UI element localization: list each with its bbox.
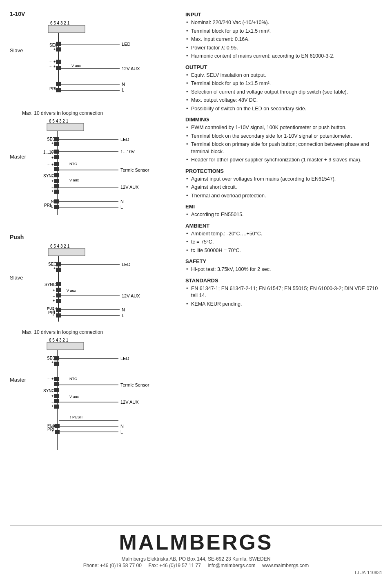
list-item: Selection of current and voltage output … (185, 89, 382, 96)
main-content: 1-10V Slave 6 5 4 3 2 1 SEC + (10, 7, 382, 517)
left-column: 1-10V Slave 6 5 4 3 2 1 SEC + (10, 7, 181, 517)
slave-label-1: Slave (10, 47, 23, 54)
svg-text:+: + (53, 60, 56, 64)
svg-text:L: L (52, 429, 54, 433)
safety-section: SAFETY Hi-pot test: 3.75kV, 100% for 2 s… (185, 258, 382, 273)
svg-text:N: N (122, 82, 125, 87)
svg-rect-106 (47, 342, 84, 350)
svg-text:N: N (52, 424, 55, 428)
svg-text:−: − (51, 174, 53, 178)
svg-rect-122 (54, 388, 59, 392)
svg-text:6 5 4 3 2 1: 6 5 4 3 2 1 (50, 244, 70, 248)
push-slave-diagram: 6 5 4 3 2 1 SEC + LED SYNC − + (26, 242, 165, 328)
list-item: Terminal block for up to 1x1.5 mm². (185, 28, 382, 35)
svg-text:+: + (53, 266, 56, 270)
svg-text:6 5 4 3 2 1: 6 5 4 3 2 1 (49, 338, 69, 342)
right-column: INPUT Nominal: 220/240 Vac (-10/+10%).Te… (181, 7, 382, 517)
svg-text:L: L (122, 313, 124, 318)
list-item: Header for other power supplier synchron… (185, 156, 382, 164)
svg-text:L: L (120, 429, 123, 434)
dimming-list: PWM controlled by 1-10V signal, 100K pot… (185, 124, 382, 164)
svg-text:12V AUX: 12V AUX (122, 293, 140, 298)
svg-text:+: + (51, 404, 53, 408)
footer-phone: Phone: +46 (0)19 58 77 00 (83, 563, 142, 568)
svg-text:+: + (53, 299, 55, 303)
svg-text:L: L (53, 313, 55, 317)
standards-list: EN 61347-1; EN 61347-2-11; EN 61547; EN … (185, 285, 382, 308)
svg-text:−: − (47, 377, 49, 381)
svg-text:PRI: PRI (44, 203, 51, 208)
list-item: Terminal block on primary side for push … (185, 141, 382, 155)
svg-rect-111 (54, 362, 59, 366)
footer-email: info@malmbergs.com (208, 563, 256, 568)
list-item: Equiv. SELV insulation on output. (185, 72, 382, 79)
svg-rect-130 (54, 405, 59, 409)
svg-text:SEC: SEC (48, 262, 57, 266)
svg-text:L: L (51, 204, 53, 208)
svg-text:−: − (47, 163, 49, 167)
svg-text:12V AUX: 12V AUX (122, 66, 140, 71)
list-item: Max. input current: 0.16A. (185, 36, 382, 43)
safety-list: Hi-pot test: 3.75kV, 100% for 2 sec. (185, 266, 382, 273)
svg-text:Termic Sensor: Termic Sensor (120, 168, 149, 172)
svg-text:N: N (120, 424, 124, 429)
svg-rect-1 (48, 25, 85, 33)
emi-list: According to EN55015. (185, 211, 382, 219)
svg-text:12V AUX: 12V AUX (120, 400, 139, 405)
svg-text:−: − (53, 283, 55, 287)
list-item: Possibility of switch on the LED on seco… (185, 105, 382, 113)
svg-text:+: + (51, 360, 53, 364)
svg-text:6 5 4 3 2 1: 6 5 4 3 2 1 (49, 119, 69, 123)
svg-rect-41 (54, 150, 59, 154)
svg-text:N: N (120, 199, 124, 204)
standards-title: STANDARDS (185, 277, 382, 284)
svg-text:+: + (53, 288, 55, 293)
brand-name: MALMBERGS (10, 530, 382, 554)
svg-text:−: − (53, 294, 55, 298)
svg-text:+: + (51, 189, 53, 193)
svg-text:PRI: PRI (49, 87, 56, 91)
svg-text:N: N (51, 199, 54, 203)
footer-contact: Phone: +46 (0)19 58 77 00 Fax: +46 (0)19… (10, 563, 382, 568)
input-title: INPUT (185, 11, 382, 18)
standards-section: STANDARDS EN 61347-1; EN 61347-2-11; EN … (185, 277, 382, 308)
svg-text:L: L (120, 205, 123, 210)
footer-address: Malmbergs Elektriska AB, PO Box 144, SE-… (10, 556, 382, 562)
svg-rect-117 (54, 377, 59, 381)
master-diagram-1: 6 5 4 3 2 1 SEC + LED 1...10V − (29, 117, 167, 227)
svg-text:+: + (51, 141, 53, 145)
svg-rect-99 (56, 308, 61, 312)
svg-text:+: + (51, 394, 53, 398)
list-item: PWM controlled by 1-10V signal, 100K pot… (185, 124, 382, 132)
svg-rect-75 (48, 248, 85, 256)
protections-list: Against input over voltages from mains (… (185, 176, 382, 200)
svg-text:V aux: V aux (71, 64, 81, 68)
svg-text:−: − (51, 185, 53, 189)
svg-text:12V AUX: 12V AUX (120, 185, 139, 190)
svg-text:N: N (122, 307, 125, 312)
list-item: tc life 50000H = 70°C. (185, 247, 382, 255)
input-section: INPUT Nominal: 220/240 Vac (-10/+10%).Te… (185, 11, 382, 60)
svg-rect-54 (54, 173, 59, 177)
svg-rect-123 (54, 394, 59, 398)
svg-text:PUSH: PUSH (47, 306, 57, 311)
slave-label-push: Slave (10, 275, 23, 281)
svg-rect-127 (54, 399, 59, 403)
list-item: Power factor λ: 0.95. (185, 45, 382, 52)
svg-rect-50 (54, 167, 59, 171)
svg-rect-84 (56, 282, 61, 286)
svg-text:+: + (53, 47, 56, 51)
list-item: Against short circuit. (185, 184, 382, 191)
svg-rect-36 (54, 142, 59, 146)
svg-rect-89 (56, 293, 61, 297)
svg-rect-141 (55, 430, 60, 434)
svg-text:LED: LED (122, 262, 130, 267)
svg-text:NTC: NTC (69, 377, 77, 381)
list-item: KEMA KEUR pending. (185, 301, 382, 308)
max-looping-label-2: Max. 10 drivers in looping connection (22, 329, 177, 335)
svg-rect-80 (56, 268, 61, 272)
svg-text:N: N (53, 308, 56, 312)
svg-rect-42 (54, 155, 59, 159)
svg-rect-69 (54, 205, 59, 209)
dimming-title: DIMMING (185, 116, 382, 123)
